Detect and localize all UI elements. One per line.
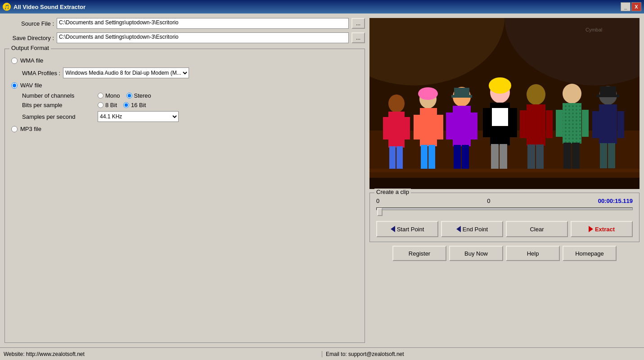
svg-rect-53 — [600, 86, 616, 95]
svg-rect-50 — [608, 143, 615, 168]
register-button[interactable]: Register — [392, 246, 446, 261]
end-point-icon — [456, 226, 461, 232]
end-point-button[interactable]: End Point — [441, 221, 503, 237]
wav-label: WAV file — [20, 82, 42, 89]
bits-radio-group: 8 Bit 16 Bit — [98, 102, 146, 108]
svg-rect-25 — [451, 95, 472, 98]
svg-rect-35 — [527, 104, 545, 146]
mono-radio[interactable] — [98, 93, 104, 99]
app-title: All Video Sound Extractor — [14, 4, 86, 10]
svg-rect-55 — [369, 169, 639, 172]
wma-profile-label: WMA Profiles : — [22, 70, 60, 76]
clip-time-left: 0 — [376, 198, 379, 204]
svg-rect-45 — [582, 110, 589, 137]
svg-rect-30 — [483, 108, 490, 137]
start-point-label: Start Point — [397, 226, 424, 233]
svg-point-5 — [388, 94, 405, 112]
clear-button[interactable]: Clear — [506, 221, 568, 237]
svg-point-32 — [489, 77, 511, 94]
app-icon: 🎵 — [3, 3, 11, 11]
start-point-button[interactable]: Start Point — [376, 221, 438, 237]
svg-rect-43 — [572, 143, 580, 169]
svg-rect-51 — [592, 111, 599, 138]
wav-options: Number of channels Mono Stereo — [22, 92, 358, 122]
bit8-label: 8 Bit — [105, 102, 117, 108]
source-browse-button[interactable]: ... — [351, 18, 365, 29]
wav-radio[interactable] — [11, 82, 18, 89]
samples-select[interactable]: 8 KHz 11.025 KHz 22.05 KHz 44.1 KHz 48 K… — [98, 111, 179, 122]
stereo-label: Stereo — [134, 92, 151, 99]
svg-rect-44 — [556, 110, 563, 137]
save-directory-row: Save Directory : C:\Documents and Settin… — [5, 32, 365, 43]
wma-label: WMA file — [20, 57, 43, 64]
stage-scene: Cymbal — [369, 18, 639, 189]
wma-profile-select[interactable]: Windows Media Audio 8 for Dial-up Modem … — [63, 68, 189, 78]
svg-rect-36 — [527, 144, 535, 170]
stereo-radio[interactable] — [126, 93, 132, 99]
minimize-button[interactable]: _ — [621, 2, 630, 11]
svg-rect-8 — [396, 146, 403, 169]
title-bar-left: 🎵 All Video Sound Extractor — [3, 3, 86, 11]
clip-group-legend: Create a clip — [374, 189, 411, 195]
bits-row: Bits per sample 8 Bit 16 Bit — [22, 102, 358, 108]
right-panel: Cymbal Create a clip 0 0 00:00:15.119 — [369, 18, 639, 343]
svg-rect-6 — [388, 112, 405, 148]
save-browse-button[interactable]: ... — [351, 32, 365, 43]
svg-rect-28 — [491, 144, 499, 171]
source-file-input[interactable]: C:\Documents and Settings\uptodown-3\Esc… — [57, 18, 349, 29]
output-format-group: Output Format WMA file WMA Profiles : Wi… — [5, 49, 365, 343]
main-content: Source File : C:\Documents and Settings\… — [0, 14, 644, 347]
svg-rect-49 — [600, 143, 607, 168]
mp3-label: MP3 file — [20, 126, 41, 132]
wma-radio[interactable] — [11, 58, 18, 64]
help-button[interactable]: Help — [506, 246, 560, 261]
mp3-radio[interactable] — [11, 126, 18, 132]
clip-slider[interactable] — [376, 207, 633, 216]
clip-time-right: 00:00:15.119 — [598, 198, 633, 204]
svg-rect-13 — [421, 145, 428, 170]
end-point-label: End Point — [463, 226, 488, 233]
left-panel: Source File : C:\Documents and Settings\… — [5, 18, 365, 343]
output-format-legend: Output Format — [9, 45, 51, 51]
video-preview: Cymbal — [369, 18, 639, 189]
channels-row: Number of channels Mono Stereo — [22, 92, 358, 99]
bit16-radio[interactable] — [123, 102, 129, 108]
samples-row: Samples per second 8 KHz 11.025 KHz 22.0… — [22, 111, 358, 122]
slider-thumb[interactable] — [377, 208, 383, 216]
svg-rect-42 — [563, 143, 571, 169]
svg-rect-16 — [437, 115, 443, 140]
title-buttons: _ X — [621, 2, 641, 11]
svg-rect-21 — [462, 145, 469, 171]
extract-icon — [589, 226, 593, 232]
svg-rect-33 — [492, 108, 508, 126]
extract-button[interactable]: Extract — [571, 221, 633, 237]
svg-rect-22 — [446, 112, 453, 140]
svg-rect-38 — [520, 110, 527, 138]
mono-radio-item: Mono — [98, 92, 120, 99]
homepage-button[interactable]: Homepage — [563, 246, 617, 261]
bit8-radio-item: 8 Bit — [98, 102, 117, 108]
bit8-radio[interactable] — [98, 102, 104, 108]
mono-label: Mono — [105, 92, 120, 99]
wma-profiles-row: WMA Profiles : Windows Media Audio 8 for… — [22, 68, 358, 78]
samples-label: Samples per second — [22, 113, 94, 120]
status-website: Website: http://www.zealotsoft.net — [0, 351, 322, 357]
svg-rect-39 — [546, 110, 553, 138]
wma-radio-row: WMA file — [11, 57, 358, 64]
source-file-row: Source File : C:\Documents and Settings\… — [5, 18, 365, 29]
svg-rect-15 — [414, 115, 420, 140]
svg-rect-7 — [389, 146, 396, 169]
svg-rect-20 — [454, 145, 461, 171]
stereo-radio-item: Stereo — [126, 92, 151, 99]
svg-rect-31 — [510, 108, 517, 137]
slider-track — [376, 207, 633, 210]
buy-now-button[interactable]: Buy Now — [449, 246, 503, 261]
close-button[interactable]: X — [631, 2, 641, 11]
svg-rect-56 — [369, 178, 639, 189]
svg-rect-14 — [428, 145, 435, 170]
bit16-label: 16 Bit — [131, 102, 146, 108]
svg-rect-54 — [597, 94, 619, 97]
svg-rect-9 — [383, 117, 388, 140]
save-directory-input[interactable]: C:\Documents and Settings\uptodown-3\Esc… — [57, 32, 349, 43]
bits-label: Bits per sample — [22, 102, 94, 108]
